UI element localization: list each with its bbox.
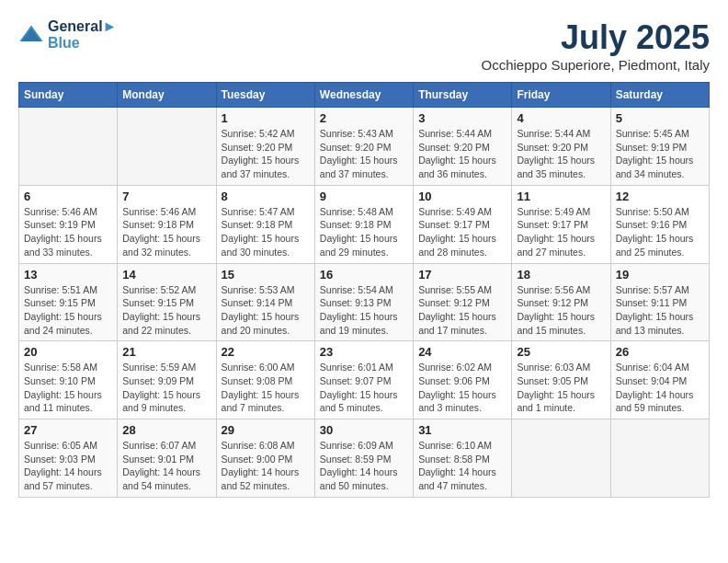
day-number: 6	[24, 190, 112, 203]
day-detail: Sunrise: 5:51 AMSunset: 9:15 PMDaylight:…	[24, 283, 112, 338]
day-number: 8	[222, 190, 310, 203]
calendar-day: 23Sunrise: 6:01 AMSunset: 9:07 PMDayligh…	[314, 341, 413, 419]
calendar-day: 3Sunrise: 5:44 AMSunset: 9:20 PMDaylight…	[414, 108, 512, 186]
day-detail: Sunrise: 6:09 AMSunset: 8:59 PMDaylight:…	[320, 439, 408, 493]
day-number: 7	[122, 190, 210, 203]
calendar-day	[610, 419, 709, 498]
day-number: 24	[418, 345, 506, 359]
day-detail: Sunrise: 5:55 AMSunset: 9:12 PMDaylight:…	[418, 283, 506, 338]
calendar-day	[19, 108, 118, 186]
calendar-week-3: 13Sunrise: 5:51 AMSunset: 9:15 PMDayligh…	[19, 263, 710, 341]
calendar-week-5: 27Sunrise: 6:05 AMSunset: 9:03 PMDayligh…	[19, 419, 710, 498]
calendar-day: 31Sunrise: 6:10 AMSunset: 8:58 PMDayligh…	[414, 419, 512, 498]
header-thursday: Thursday	[414, 83, 512, 108]
day-detail: Sunrise: 6:03 AMSunset: 9:05 PMDaylight:…	[517, 361, 605, 415]
day-detail: Sunrise: 5:47 AMSunset: 9:18 PMDaylight:…	[222, 205, 310, 259]
day-number: 15	[222, 268, 310, 282]
day-detail: Sunrise: 5:45 AMSunset: 9:19 PMDaylight:…	[616, 127, 704, 181]
day-number: 30	[320, 423, 408, 437]
day-number: 18	[517, 268, 605, 282]
day-detail: Sunrise: 5:54 AMSunset: 9:13 PMDaylight:…	[320, 283, 408, 338]
day-detail: Sunrise: 5:49 AMSunset: 9:17 PMDaylight:…	[418, 205, 506, 259]
calendar-day: 5Sunrise: 5:45 AMSunset: 9:19 PMDaylight…	[610, 108, 709, 186]
logo-text: General► Blue	[48, 18, 117, 52]
day-detail: Sunrise: 5:44 AMSunset: 9:20 PMDaylight:…	[517, 127, 605, 181]
day-number: 20	[24, 345, 112, 359]
calendar-week-4: 20Sunrise: 5:58 AMSunset: 9:10 PMDayligh…	[19, 341, 710, 419]
calendar-day: 7Sunrise: 5:46 AMSunset: 9:18 PMDaylight…	[118, 185, 216, 263]
day-number: 22	[222, 345, 310, 359]
calendar-day: 22Sunrise: 6:00 AMSunset: 9:08 PMDayligh…	[216, 341, 314, 419]
day-number: 29	[222, 423, 310, 437]
day-number: 28	[122, 423, 210, 437]
calendar-day: 25Sunrise: 6:03 AMSunset: 9:05 PMDayligh…	[512, 341, 610, 419]
day-number: 2	[320, 111, 408, 125]
day-detail: Sunrise: 6:07 AMSunset: 9:01 PMDaylight:…	[122, 439, 210, 493]
day-number: 17	[418, 268, 506, 282]
header-friday: Friday	[512, 83, 610, 108]
day-number: 23	[320, 345, 408, 359]
day-number: 19	[616, 268, 704, 282]
calendar-day: 11Sunrise: 5:49 AMSunset: 9:17 PMDayligh…	[512, 185, 610, 263]
day-number: 10	[418, 190, 506, 203]
logo: General► Blue	[18, 18, 117, 52]
day-number: 21	[122, 345, 210, 359]
calendar-day	[512, 419, 610, 498]
calendar-day: 21Sunrise: 5:59 AMSunset: 9:09 PMDayligh…	[118, 341, 216, 419]
header-tuesday: Tuesday	[216, 83, 314, 108]
calendar-day: 15Sunrise: 5:53 AMSunset: 9:14 PMDayligh…	[216, 263, 314, 341]
calendar-day: 30Sunrise: 6:09 AMSunset: 8:59 PMDayligh…	[314, 419, 413, 498]
day-number: 1	[222, 111, 310, 125]
day-number: 5	[616, 111, 704, 125]
title-block: July 2025 Occhieppo Superiore, Piedmont,…	[482, 18, 710, 73]
day-number: 14	[122, 268, 210, 282]
day-detail: Sunrise: 5:46 AMSunset: 9:19 PMDaylight:…	[24, 205, 112, 259]
day-number: 3	[418, 111, 506, 125]
day-number: 26	[616, 345, 704, 359]
day-detail: Sunrise: 6:10 AMSunset: 8:58 PMDaylight:…	[418, 439, 506, 493]
day-detail: Sunrise: 6:00 AMSunset: 9:08 PMDaylight:…	[222, 361, 310, 415]
calendar-day: 1Sunrise: 5:42 AMSunset: 9:20 PMDaylight…	[216, 108, 314, 186]
calendar-day: 8Sunrise: 5:47 AMSunset: 9:18 PMDaylight…	[216, 185, 314, 263]
calendar-table: Sunday Monday Tuesday Wednesday Thursday…	[18, 82, 710, 498]
calendar-day: 18Sunrise: 5:56 AMSunset: 9:12 PMDayligh…	[512, 263, 610, 341]
calendar-day: 10Sunrise: 5:49 AMSunset: 9:17 PMDayligh…	[414, 185, 512, 263]
day-detail: Sunrise: 5:58 AMSunset: 9:10 PMDaylight:…	[24, 361, 112, 415]
calendar-day: 27Sunrise: 6:05 AMSunset: 9:03 PMDayligh…	[19, 419, 118, 498]
day-detail: Sunrise: 6:02 AMSunset: 9:06 PMDaylight:…	[418, 361, 506, 415]
calendar-day: 17Sunrise: 5:55 AMSunset: 9:12 PMDayligh…	[414, 263, 512, 341]
calendar-day: 6Sunrise: 5:46 AMSunset: 9:19 PMDaylight…	[19, 185, 118, 263]
day-detail: Sunrise: 5:52 AMSunset: 9:15 PMDaylight:…	[122, 283, 210, 338]
day-detail: Sunrise: 5:57 AMSunset: 9:11 PMDaylight:…	[616, 283, 704, 338]
calendar-day: 26Sunrise: 6:04 AMSunset: 9:04 PMDayligh…	[610, 341, 709, 419]
day-number: 27	[24, 423, 112, 437]
day-detail: Sunrise: 5:53 AMSunset: 9:14 PMDaylight:…	[222, 283, 310, 338]
header-sunday: Sunday	[19, 83, 118, 108]
day-detail: Sunrise: 5:59 AMSunset: 9:09 PMDaylight:…	[122, 361, 210, 415]
calendar-week-2: 6Sunrise: 5:46 AMSunset: 9:19 PMDaylight…	[19, 185, 710, 263]
day-detail: Sunrise: 5:46 AMSunset: 9:18 PMDaylight:…	[122, 205, 210, 259]
calendar-day: 13Sunrise: 5:51 AMSunset: 9:15 PMDayligh…	[19, 263, 118, 341]
day-detail: Sunrise: 5:48 AMSunset: 9:18 PMDaylight:…	[320, 205, 408, 259]
day-detail: Sunrise: 5:56 AMSunset: 9:12 PMDaylight:…	[517, 283, 605, 338]
calendar-day: 9Sunrise: 5:48 AMSunset: 9:18 PMDaylight…	[314, 185, 413, 263]
day-detail: Sunrise: 6:01 AMSunset: 9:07 PMDaylight:…	[320, 361, 408, 415]
header-saturday: Saturday	[610, 83, 709, 108]
page-header: General► Blue July 2025 Occhieppo Superi…	[18, 18, 710, 73]
day-number: 4	[517, 111, 605, 125]
day-number: 13	[24, 268, 112, 282]
calendar-day: 14Sunrise: 5:52 AMSunset: 9:15 PMDayligh…	[118, 263, 216, 341]
calendar-title: July 2025	[482, 18, 710, 57]
calendar-day: 12Sunrise: 5:50 AMSunset: 9:16 PMDayligh…	[610, 185, 709, 263]
calendar-subtitle: Occhieppo Superiore, Piedmont, Italy	[482, 57, 710, 73]
calendar-day: 28Sunrise: 6:07 AMSunset: 9:01 PMDayligh…	[118, 419, 216, 498]
day-detail: Sunrise: 6:04 AMSunset: 9:04 PMDaylight:…	[616, 361, 704, 415]
day-detail: Sunrise: 6:08 AMSunset: 9:00 PMDaylight:…	[222, 439, 310, 493]
day-number: 9	[320, 190, 408, 203]
day-number: 11	[517, 190, 605, 203]
calendar-day: 24Sunrise: 6:02 AMSunset: 9:06 PMDayligh…	[414, 341, 512, 419]
calendar-day	[118, 108, 216, 186]
calendar-day: 19Sunrise: 5:57 AMSunset: 9:11 PMDayligh…	[610, 263, 709, 341]
day-number: 12	[616, 190, 704, 203]
day-number: 16	[320, 268, 408, 282]
